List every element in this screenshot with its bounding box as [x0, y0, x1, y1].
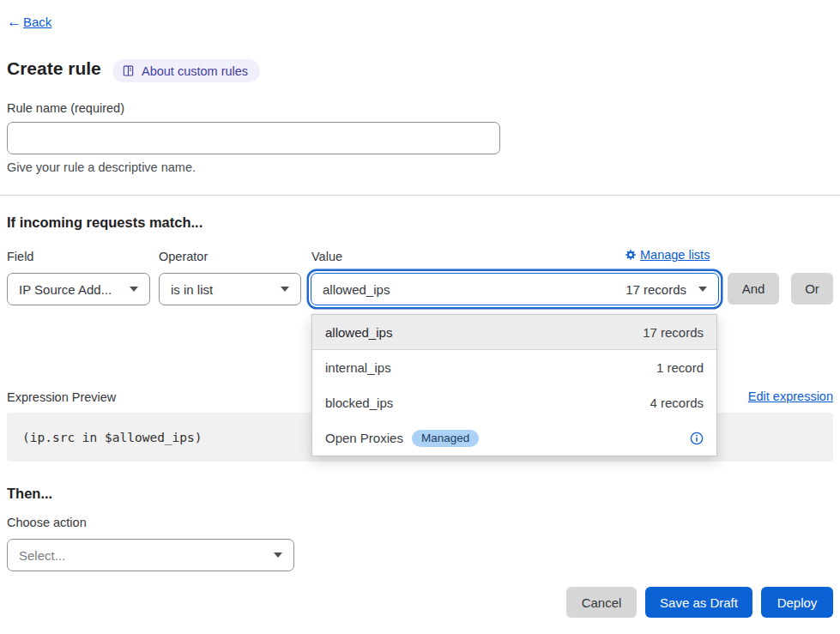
list-option-records: 1 record — [656, 360, 704, 375]
manage-lists-link[interactable]: Manage lists — [625, 248, 710, 262]
chevron-down-icon — [130, 287, 138, 292]
managed-badge: Managed — [412, 430, 479, 447]
list-option-records: 17 records — [643, 325, 704, 340]
book-icon — [122, 64, 135, 77]
rule-name-helper-text: Give your rule a descriptive name. — [7, 160, 196, 174]
rule-name-input[interactable] — [7, 122, 500, 154]
list-option-blocked-ips[interactable]: blocked_ips 4 records — [312, 385, 716, 420]
list-option-name: allowed_ips — [325, 325, 643, 340]
value-column-label: Value — [311, 250, 342, 263]
edit-expression-link[interactable]: Edit expression — [748, 389, 833, 403]
back-link[interactable]: ←Back — [7, 15, 51, 29]
value-select-records: 17 records — [625, 282, 686, 297]
field-column-label: Field — [7, 250, 33, 263]
list-option-name: blocked_ips — [325, 395, 650, 410]
value-select-value: allowed_ips — [323, 282, 625, 297]
field-select[interactable]: IP Source Add... — [7, 273, 150, 305]
list-option-records: 4 records — [650, 395, 704, 410]
or-button[interactable]: Or — [791, 273, 833, 305]
list-option-allowed-ips[interactable]: allowed_ips 17 records — [312, 315, 716, 350]
back-link-label: Back — [23, 15, 51, 29]
list-dropdown-menu: allowed_ips 17 records internal_ips 1 re… — [311, 314, 717, 456]
list-option-name: internal_ips — [325, 360, 656, 375]
back-arrow-icon: ← — [7, 15, 21, 29]
deploy-button[interactable]: Deploy — [761, 587, 833, 618]
list-option-open-proxies[interactable]: Open Proxies Managed — [312, 420, 716, 456]
value-list-select[interactable]: allowed_ips 17 records — [311, 273, 719, 305]
cancel-button[interactable]: Cancel — [566, 587, 637, 618]
operator-select-value: is in list — [171, 282, 281, 297]
expression-code: (ip.src in $allowed_ips) — [22, 431, 202, 444]
create-rule-page: ←Back Create rule About custom rules Rul… — [0, 0, 840, 634]
action-select[interactable]: Select... — [7, 539, 294, 571]
operator-select[interactable]: is in list — [159, 273, 301, 305]
and-button[interactable]: And — [728, 273, 779, 305]
rule-name-label: Rule name (required) — [7, 101, 124, 115]
choose-action-label: Choose action — [7, 516, 87, 529]
chevron-down-icon — [698, 287, 707, 292]
operator-column-label: Operator — [159, 250, 208, 263]
action-select-placeholder: Select... — [19, 548, 274, 563]
match-section-heading: If incoming requests match... — [7, 214, 202, 231]
gear-icon — [625, 250, 636, 260]
page-title: Create rule — [7, 58, 101, 79]
save-as-draft-button[interactable]: Save as Draft — [645, 587, 752, 618]
expression-preview-label: Expression Preview — [7, 390, 116, 404]
manage-lists-label: Manage lists — [640, 248, 710, 262]
about-custom-rules-badge[interactable]: About custom rules — [112, 59, 260, 82]
section-divider — [0, 195, 840, 196]
then-section-heading: Then... — [7, 486, 52, 502]
about-badge-label: About custom rules — [142, 64, 248, 78]
list-option-name: Open Proxies — [325, 431, 403, 445]
info-icon[interactable] — [690, 432, 704, 445]
chevron-down-icon — [281, 287, 289, 292]
chevron-down-icon — [274, 552, 282, 558]
field-select-value: IP Source Add... — [19, 282, 130, 297]
list-option-internal-ips[interactable]: internal_ips 1 record — [312, 350, 716, 385]
